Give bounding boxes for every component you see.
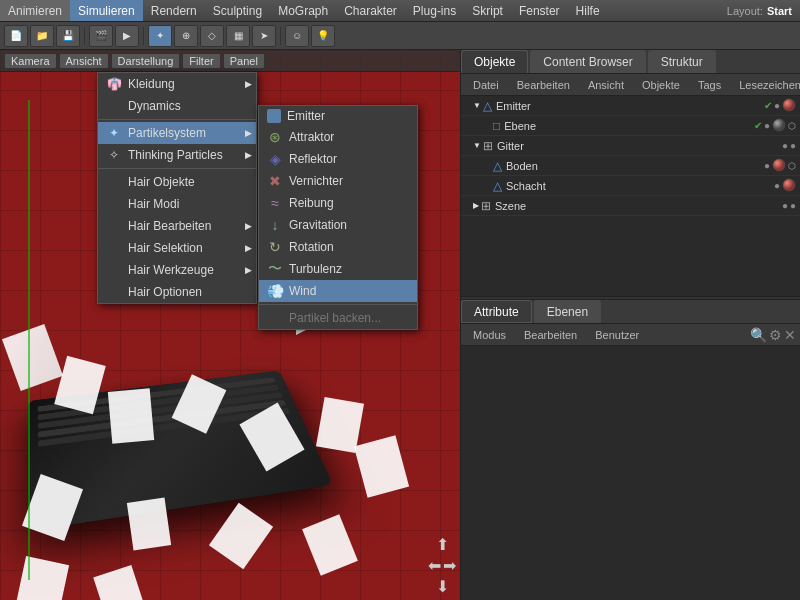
ps-emitter[interactable]: Emitter bbox=[259, 106, 417, 126]
attr-modus[interactable]: Modus bbox=[465, 328, 514, 342]
menu-charakter[interactable]: Charakter bbox=[336, 0, 405, 21]
tab-struktur[interactable]: Struktur bbox=[648, 50, 716, 73]
ps-wind[interactable]: 💨 Wind bbox=[259, 280, 417, 302]
attr-tabs: Attribute Ebenen bbox=[461, 300, 800, 324]
light-btn[interactable]: 💡 bbox=[311, 25, 335, 47]
vp-ansicht[interactable]: Ansicht bbox=[59, 53, 109, 69]
menu-dynamics[interactable]: Dynamics bbox=[98, 95, 256, 117]
boden-extra: ⬡ bbox=[788, 161, 796, 171]
menu-mograph[interactable]: MoGraph bbox=[270, 0, 336, 21]
tree-row-emitter[interactable]: ▼ △ Emitter ✔ ● bbox=[461, 96, 800, 116]
paper-13 bbox=[93, 565, 146, 600]
menu-animieren[interactable]: Animieren bbox=[0, 0, 70, 21]
vp-panel[interactable]: Panel bbox=[223, 53, 265, 69]
save-btn[interactable]: 💾 bbox=[56, 25, 80, 47]
menu-thinking-particles[interactable]: ✧ Thinking Particles bbox=[98, 144, 256, 166]
paper-12 bbox=[15, 556, 69, 600]
obj-tags[interactable]: Tags bbox=[690, 78, 729, 92]
gitter-label: Gitter bbox=[497, 140, 782, 152]
dynamics-icon bbox=[106, 98, 122, 114]
attr-benutzer[interactable]: Benutzer bbox=[587, 328, 647, 342]
menu-hair-werkzeuge[interactable]: Hair Werkzeuge bbox=[98, 259, 256, 281]
vp-kamera[interactable]: Kamera bbox=[4, 53, 57, 69]
menu-hair-bearbeiten[interactable]: Hair Bearbeiten bbox=[98, 215, 256, 237]
ps-turbulenz[interactable]: 〜 Turbulenz bbox=[259, 258, 417, 280]
sep1 bbox=[98, 119, 256, 120]
menu-hair-optionen[interactable]: Hair Optionen bbox=[98, 281, 256, 303]
ps-attraktor[interactable]: ⊛ Attraktor bbox=[259, 126, 417, 148]
grid-btn[interactable]: ▦ bbox=[226, 25, 250, 47]
menu-simulieren[interactable]: Simulieren bbox=[70, 0, 143, 21]
attr-settings-icon[interactable]: ⚙ bbox=[769, 327, 782, 343]
menu-fenster[interactable]: Fenster bbox=[511, 0, 568, 21]
attr-bearbeiten[interactable]: Bearbeiten bbox=[516, 328, 585, 342]
menu-hair-selektion[interactable]: Hair Selektion bbox=[98, 237, 256, 259]
szene-expand-arrow[interactable]: ▶ bbox=[473, 201, 479, 210]
particle-btn[interactable]: ✦ bbox=[148, 25, 172, 47]
film-btn[interactable]: 🎬 bbox=[89, 25, 113, 47]
menu-hair-modi[interactable]: Hair Modi bbox=[98, 193, 256, 215]
menu-sculpting[interactable]: Sculpting bbox=[205, 0, 270, 21]
tree-row-gitter[interactable]: ▼ ⊞ Gitter ● ● bbox=[461, 136, 800, 156]
menu-kleidung[interactable]: 👘 Kleidung bbox=[98, 73, 256, 95]
ebene-vis-check[interactable]: ✔ bbox=[754, 120, 762, 131]
thinking-particles-icon: ✧ bbox=[106, 147, 122, 163]
szene-icon: ⊞ bbox=[481, 199, 491, 213]
new-btn[interactable]: 📄 bbox=[4, 25, 28, 47]
face-btn[interactable]: ☺ bbox=[285, 25, 309, 47]
nav-left-icon[interactable]: ⬅ bbox=[428, 556, 441, 575]
obj-lesezeichen[interactable]: Lesezeichen bbox=[731, 78, 800, 92]
emitter-tree-controls: ✔ ● bbox=[764, 98, 796, 114]
attr-close-icon[interactable]: ✕ bbox=[784, 327, 796, 343]
tab-ebenen[interactable]: Ebenen bbox=[534, 300, 601, 323]
obj-bearbeiten[interactable]: Bearbeiten bbox=[509, 78, 578, 92]
hair-werkzeuge-icon bbox=[106, 262, 122, 278]
tab-objekte[interactable]: Objekte bbox=[461, 50, 528, 73]
ps-sep bbox=[259, 304, 417, 305]
ps-partikel-backen[interactable]: Partikel backen... bbox=[259, 307, 417, 329]
obj-ansicht[interactable]: Ansicht bbox=[580, 78, 632, 92]
emitter-expand-arrow[interactable]: ▼ bbox=[473, 101, 481, 110]
schacht-tree-controls: ● bbox=[774, 178, 796, 194]
ps-vernichter[interactable]: ✖ Vernichter bbox=[259, 170, 417, 192]
vp-darstellung[interactable]: Darstellung bbox=[111, 53, 181, 69]
boden-sphere bbox=[772, 158, 786, 174]
tree-row-boden[interactable]: ▶ △ Boden ● ⬡ bbox=[461, 156, 800, 176]
menu-partikelsystem[interactable]: ✦ Partikelsystem bbox=[98, 122, 256, 144]
nav-up-icon[interactable]: ⬆ bbox=[436, 535, 449, 554]
ps-reflektor[interactable]: ◈ Reflektor bbox=[259, 148, 417, 170]
vp-filter[interactable]: Filter bbox=[182, 53, 220, 69]
obj-objekte[interactable]: Objekte bbox=[634, 78, 688, 92]
reibung-icon: ≈ bbox=[267, 195, 283, 211]
sep2 bbox=[98, 168, 256, 169]
nav-right-icon[interactable]: ➡ bbox=[443, 556, 456, 575]
nav-down-icon[interactable]: ⬇ bbox=[436, 577, 449, 596]
ps-rotation[interactable]: ↻ Rotation bbox=[259, 236, 417, 258]
emitter-vis-check[interactable]: ✔ bbox=[764, 100, 772, 111]
shape-btn[interactable]: ◇ bbox=[200, 25, 224, 47]
tree-row-schacht[interactable]: ▶ △ Schacht ● bbox=[461, 176, 800, 196]
anim-btn[interactable]: ▶ bbox=[115, 25, 139, 47]
particle2-btn[interactable]: ⊕ bbox=[174, 25, 198, 47]
ps-reibung[interactable]: ≈ Reibung bbox=[259, 192, 417, 214]
layout-label: Layout: bbox=[727, 5, 763, 17]
ps-gravitation[interactable]: ↓ Gravitation bbox=[259, 214, 417, 236]
paper-7 bbox=[354, 435, 409, 497]
schacht-icon: △ bbox=[493, 179, 502, 193]
obj-datei[interactable]: Datei bbox=[465, 78, 507, 92]
menu-plugins[interactable]: Plug-ins bbox=[405, 0, 464, 21]
menu-hair-objekte[interactable]: Hair Objekte bbox=[98, 171, 256, 193]
attr-secondary-menu: Modus Bearbeiten Benutzer 🔍 ⚙ ✕ bbox=[461, 324, 800, 346]
viewport[interactable]: Kamera Ansicht Darstellung Filter Panel bbox=[0, 50, 460, 600]
tab-attribute[interactable]: Attribute bbox=[461, 300, 532, 323]
open-btn[interactable]: 📁 bbox=[30, 25, 54, 47]
tab-content-browser[interactable]: Content Browser bbox=[530, 50, 645, 73]
tree-row-ebene[interactable]: ▶ □ Ebene ✔ ● ⬡ bbox=[461, 116, 800, 136]
menu-hilfe[interactable]: Hilfe bbox=[568, 0, 608, 21]
menu-rendern[interactable]: Rendern bbox=[143, 0, 205, 21]
menu-skript[interactable]: Skript bbox=[464, 0, 511, 21]
attr-search-icon[interactable]: 🔍 bbox=[750, 327, 767, 343]
gitter-expand-arrow[interactable]: ▼ bbox=[473, 141, 481, 150]
tree-row-szene[interactable]: ▶ ⊞ Szene ● ● bbox=[461, 196, 800, 216]
arrow-btn[interactable]: ➤ bbox=[252, 25, 276, 47]
